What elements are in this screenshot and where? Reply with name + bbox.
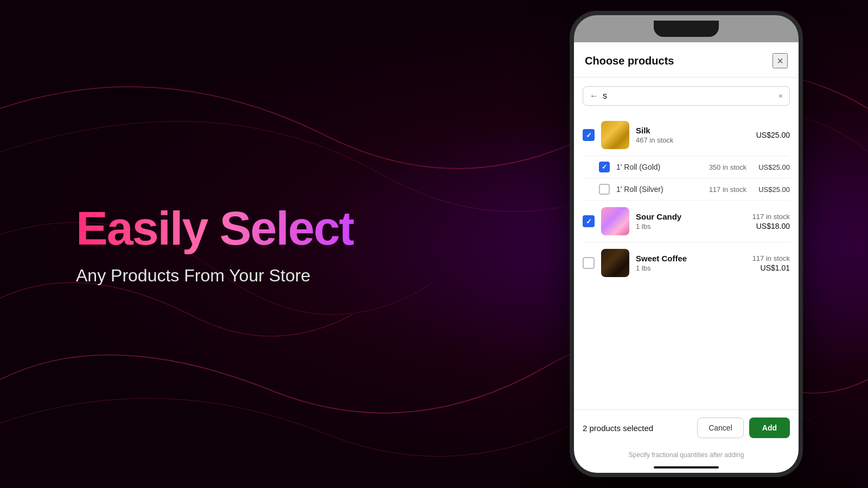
silk-thumbnail [601,121,629,149]
back-icon[interactable]: ← [590,91,598,101]
sour-candy-info: Sour Candy 1 lbs [636,212,745,230]
phone-mockup: Choose products × ← × Silk 467 in stock [570,11,803,477]
silk-gold-name: 1' Roll (Gold) [616,163,703,171]
modal-header: Choose products × [574,42,799,78]
list-item: Sweet Coffee 1 lbs 117 in stock US$1.01 [583,242,790,284]
modal-footer: 2 products selected Cancel Add [574,409,799,446]
sweet-coffee-checkbox[interactable] [583,257,595,269]
silk-gold-checkbox[interactable] [599,162,610,172]
selected-count: 2 products selected [583,423,653,433]
sweet-coffee-info: Sweet Coffee 1 lbs [636,254,745,272]
sweet-coffee-price: US$1.01 [752,264,790,272]
search-clear-icon[interactable]: × [778,92,783,100]
modal: Choose products × ← × Silk 467 in stock [574,42,799,473]
silk-name: Silk [636,126,745,135]
search-input[interactable] [603,91,774,101]
list-item: Sour Candy 1 lbs 117 in stock US$18.00 [583,201,790,242]
headline: Easily Select [76,202,354,255]
sour-candy-stock: 117 in stock [752,213,790,221]
footer-buttons: Cancel Add [697,418,790,438]
sour-candy-checkbox[interactable] [583,215,595,227]
silk-silver-stock: 117 in stock [709,185,746,194]
close-button[interactable]: × [773,53,788,68]
left-content: Easily Select Any Products From Your Sto… [76,202,354,286]
modal-title: Choose products [585,55,674,67]
list-item: Silk 467 in stock US$25.00 [583,114,790,156]
sweet-coffee-meta: 1 lbs [636,264,745,272]
product-list: Silk 467 in stock US$25.00 1' Roll (Gold… [574,114,799,409]
modal-note: Specify fractional quantities after addi… [574,446,799,462]
home-indicator [654,466,719,468]
sour-candy-name: Sour Candy [636,212,745,221]
silk-gold-price: US$25.00 [757,163,790,171]
silk-gold-stock: 350 in stock [709,163,746,171]
sweet-coffee-name: Sweet Coffee [636,254,745,263]
phone-container: Choose products × ← × Silk 467 in stock [570,0,803,488]
list-item: 1' Roll (Silver) 117 in stock US$25.00 [583,178,790,201]
silk-price: US$25.00 [752,131,790,139]
phone-top-bar [574,15,799,42]
phone-notch [654,21,719,37]
add-button[interactable]: Add [749,418,790,438]
silk-silver-checkbox[interactable] [599,184,610,195]
subheadline: Any Products From Your Store [76,266,354,286]
silk-checkbox[interactable] [583,129,595,141]
sweet-coffee-stock: 117 in stock [752,254,790,262]
sour-candy-thumbnail [601,207,629,235]
silk-info: Silk 467 in stock [636,126,745,144]
cancel-button[interactable]: Cancel [697,418,744,438]
silk-silver-price: US$25.00 [757,185,790,194]
sour-candy-meta: 1 lbs [636,222,745,230]
search-bar[interactable]: ← × [583,86,790,106]
silk-silver-name: 1' Roll (Silver) [616,185,703,194]
list-item: 1' Roll (Gold) 350 in stock US$25.00 [583,156,790,178]
sour-candy-price: US$18.00 [752,222,790,230]
sweet-coffee-thumbnail [601,249,629,277]
silk-stock: 467 in stock [636,136,745,144]
